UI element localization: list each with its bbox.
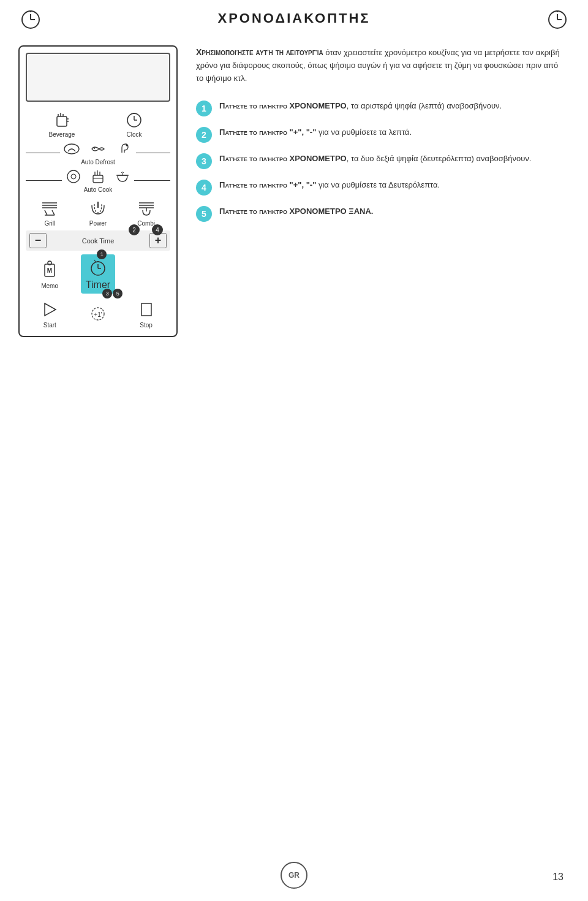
step-circle-2: 2 [196,127,212,143]
svg-point-21 [94,148,95,149]
plus1-icon: +1' [87,303,109,325]
start-button[interactable]: Start [33,298,67,329]
badge-2: 2 [129,224,140,235]
step-text-3: Πατήστε το πλήκτρο ΧΡΟΝΟΜΕΤΡΟ, τα δυο δε… [219,153,531,165]
step-text-2: Πατήστε το πλήκτρο "+", "-" για να ρυθμί… [219,126,412,139]
svg-rect-25 [93,175,103,183]
svg-point-24 [71,174,76,179]
svg-line-36 [52,210,55,215]
step-circle-3: 3 [196,153,212,169]
power-button[interactable]: Power [81,197,115,227]
microwave-panel: Beverage Clock [18,45,178,337]
svg-line-35 [45,210,47,215]
cook-time-minus-button[interactable]: − [29,233,47,248]
step-2: 2 Πατήστε το πλήκτρο "+", "-" για να ρυθ… [196,126,564,143]
grill-icon [39,197,61,219]
stop-button[interactable]: Stop [129,298,163,329]
step-circle-5: 5 [196,206,212,222]
svg-marker-51 [45,303,56,316]
page-number: 13 [552,872,564,883]
clock-button[interactable]: Clock [118,108,151,138]
defrost-icon-3 [116,140,133,158]
svg-marker-54 [141,303,151,316]
cook-time-label: Cook Time [47,237,149,245]
step-text-4: Πατήστε το πλήκτρο "+", "-" για να ρυθμί… [219,179,440,192]
auto-cook-row: Auto Cook [26,168,170,193]
power-icon [87,197,109,219]
beverage-button[interactable]: Beverage [45,108,79,138]
step-5: 5 Πατήστε το πλήκτρο ΧΡΟΝΟΜΕΤΡΟ ΞΑΝΑ. [196,205,564,222]
svg-point-23 [67,170,80,183]
badge-5: 5 [113,289,123,298]
combi-button[interactable]: Combi [129,197,163,227]
badge-3: 3 [102,289,112,298]
timer-icon [88,257,108,279]
badge-4: 4 [152,224,163,235]
step-text-1: Πατήστε το πλήκτρο ΧΡΟΝΟΜΕΤΡΟ, τα αριστε… [219,100,502,113]
defrost-icon-1 [63,140,80,158]
gr-badge: GR [281,862,307,889]
top-right-clock-icon [545,6,570,33]
timer-button[interactable]: 1 3 5 Timer [81,254,115,294]
display-window [26,53,170,102]
plus1-button[interactable]: +1' [81,303,115,325]
clock-icon [123,108,145,130]
start-icon [39,298,61,321]
step-circle-4: 4 [196,180,212,196]
auto-cook-icon-3 [114,168,131,185]
beverage-icon [51,108,73,130]
svg-rect-10 [57,116,67,126]
content-area: Χρησιμοποιήστε αυτή τη λειτουργία όταν χ… [190,45,570,337]
auto-defrost-row: Auto Defrost [26,140,170,165]
auto-cook-icon-1 [65,168,82,185]
intro-text: Χρησιμοποιήστε αυτή τη λειτουργία όταν χ… [196,45,564,85]
auto-cook-icon-2 [89,168,107,185]
step-1: 1 Πατήστε το πλήκτρο ΧΡΟΝΟΜΕΤΡΟ, τα αρισ… [196,100,564,116]
step-4: 4 Πατήστε το πλήκτρο "+", "-" για να ρυθ… [196,179,564,196]
memo-button[interactable]: M Memo [33,259,67,289]
svg-line-50 [94,260,96,262]
step-circle-1: 1 [196,101,212,116]
svg-text:+1': +1' [94,311,102,318]
top-left-clock-icon [18,6,43,33]
svg-text:M: M [47,267,52,274]
steps-list: 1 Πατήστε το πλήκτρο ΧΡΟΝΟΜΕΤΡΟ, τα αρισ… [196,100,564,222]
page-title: ΧΡΟΝΟΔΙΑΚΟΠΤΗΣ [217,10,370,26]
svg-point-22 [126,145,128,146]
step-text-5: Πατήστε το πλήκτρο ΧΡΟΝΟΜΕΤΡΟ ΞΑΝΑ. [219,205,373,218]
defrost-icon-2 [89,140,107,158]
stop-icon [135,298,157,321]
memo-icon: M [39,259,61,281]
grill-button[interactable]: Grill [33,197,67,227]
combi-icon [135,197,157,219]
cook-time-row: 2 4 − Cook Time + [26,230,170,251]
step-3: 3 Πατήστε το πλήκτρο ΧΡΟΝΟΜΕΤΡΟ, τα δυο … [196,153,564,169]
